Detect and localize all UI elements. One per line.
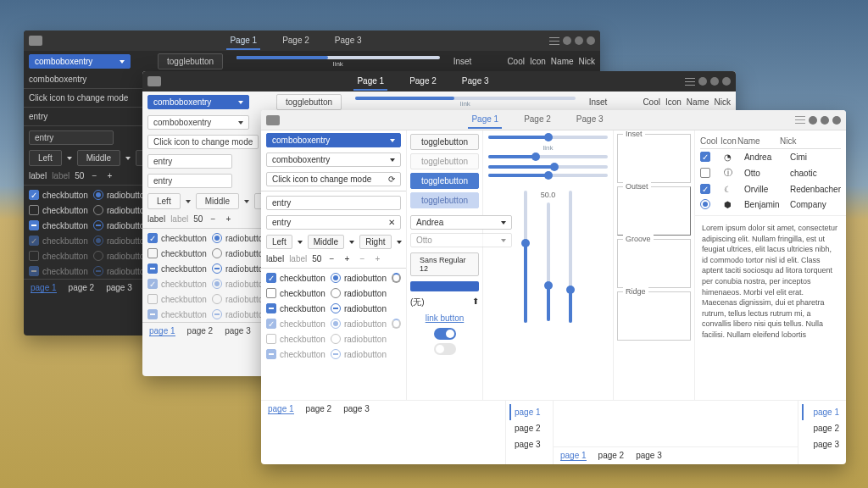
linked-left[interactable]: Left bbox=[147, 193, 181, 209]
h-scale-3[interactable] bbox=[488, 165, 608, 169]
checkbutton[interactable]: checkbutton bbox=[266, 303, 326, 313]
radiobutton[interactable]: radiobutton bbox=[331, 288, 387, 298]
nbr-tab-1[interactable]: page 1 bbox=[802, 404, 843, 420]
nbb-tab-3[interactable]: page 3 bbox=[636, 451, 662, 461]
nbv-tab-1[interactable]: page 1 bbox=[509, 404, 549, 420]
h-scale-4[interactable] bbox=[488, 174, 608, 177]
radiobutton[interactable]: radiobutton bbox=[331, 303, 387, 313]
table-row[interactable]: ⬢BenjaminCompany bbox=[700, 197, 841, 212]
checkbutton[interactable]: ✓checkbutton bbox=[29, 190, 88, 200]
tab-page2[interactable]: Page 2 bbox=[279, 32, 313, 50]
tab-page2[interactable]: Page 2 bbox=[520, 111, 554, 129]
table-row[interactable]: ⓘOttochaotic bbox=[700, 164, 841, 181]
checkbutton[interactable]: ✓checkbutton bbox=[147, 233, 207, 243]
toggle-button[interactable]: togglebutton bbox=[158, 53, 223, 69]
spin-value[interactable]: 50 bbox=[312, 254, 321, 263]
combobox[interactable]: comboboxentry bbox=[266, 152, 401, 167]
radiobutton[interactable]: radiobutton bbox=[212, 248, 268, 258]
linked-middle[interactable]: Middle bbox=[308, 235, 344, 249]
spin-minus[interactable]: − bbox=[89, 171, 99, 180]
window-btn[interactable] bbox=[832, 116, 841, 125]
linked-middle[interactable]: Middle bbox=[196, 193, 239, 209]
nbv-tab-2[interactable]: page 2 bbox=[509, 420, 549, 436]
file-chooser[interactable]: (无) bbox=[410, 297, 425, 308]
nb-tab-2[interactable]: page 2 bbox=[306, 404, 332, 414]
tab-page1[interactable]: Page 1 bbox=[226, 32, 260, 50]
spin-minus[interactable]: − bbox=[208, 214, 218, 224]
h-scale-2[interactable] bbox=[488, 155, 608, 158]
checkbutton[interactable]: ✓checkbutton bbox=[266, 273, 326, 283]
clear-icon[interactable]: ✕ bbox=[388, 218, 395, 227]
nb-tab-3[interactable]: page 3 bbox=[343, 404, 370, 414]
spin-plus[interactable]: + bbox=[342, 254, 352, 263]
tab-page3[interactable]: Page 3 bbox=[459, 73, 492, 91]
linked-left[interactable]: Left bbox=[266, 235, 292, 249]
radiobutton[interactable]: radiobutton bbox=[93, 220, 149, 230]
font-button[interactable]: Sans Regular 12 bbox=[410, 252, 479, 276]
bottom-tab-3[interactable]: page 3 bbox=[225, 326, 251, 336]
nb-tab-1[interactable]: page 1 bbox=[268, 404, 294, 414]
menu-icon[interactable] bbox=[549, 36, 559, 46]
col-nick[interactable]: Nick bbox=[780, 136, 841, 146]
row-check[interactable]: ✓ bbox=[700, 184, 710, 194]
v-scale-3[interactable] bbox=[569, 191, 572, 323]
combobox-entry[interactable]: comboboxentry bbox=[147, 95, 249, 109]
bottom-tab-3[interactable]: page 3 bbox=[106, 283, 132, 293]
tab-page3[interactable]: Page 3 bbox=[573, 111, 607, 129]
checkbutton[interactable]: checkbutton bbox=[147, 263, 207, 274]
spin-minus[interactable]: − bbox=[326, 254, 337, 263]
switch-on[interactable] bbox=[434, 328, 456, 340]
checkbutton[interactable]: checkbutton bbox=[29, 205, 88, 215]
nbv-tab-3[interactable]: page 3 bbox=[509, 436, 549, 452]
table-row[interactable]: ✓◔AndreaCimi bbox=[700, 149, 841, 164]
scale-slider[interactable] bbox=[355, 97, 576, 100]
window-btn[interactable] bbox=[575, 36, 583, 45]
tab-page2[interactable]: Page 2 bbox=[406, 73, 440, 91]
mode-entry[interactable]: Click icon to change mode⟳ bbox=[266, 172, 401, 186]
nbb-tab-2[interactable]: page 2 bbox=[598, 451, 625, 461]
radiobutton[interactable]: radiobutton bbox=[212, 263, 268, 274]
window-btn[interactable] bbox=[698, 77, 707, 86]
toggle-button[interactable]: togglebutton bbox=[410, 134, 479, 150]
combobox[interactable]: comboboxentry bbox=[147, 115, 249, 130]
window-btn[interactable] bbox=[809, 116, 817, 125]
refresh-icon[interactable]: ⟳ bbox=[388, 175, 395, 184]
radiobutton[interactable]: radiobutton bbox=[212, 233, 268, 243]
linked-left[interactable]: Left bbox=[29, 150, 62, 166]
spin-plus[interactable]: + bbox=[223, 214, 233, 224]
h-scale-1[interactable] bbox=[488, 136, 608, 139]
spin-value[interactable]: 50 bbox=[75, 171, 84, 180]
scale-slider[interactable] bbox=[236, 56, 440, 59]
entry-input[interactable]: entry bbox=[266, 196, 401, 210]
window-btn[interactable] bbox=[821, 116, 829, 125]
spin-plus[interactable]: + bbox=[104, 171, 114, 180]
entry-input2[interactable]: entry bbox=[147, 174, 232, 188]
text-view[interactable]: Lorem ipsum dolor sit amet, consectetur … bbox=[695, 216, 846, 347]
v-scale-1[interactable] bbox=[524, 191, 527, 323]
checkbutton[interactable]: checkbutton bbox=[29, 220, 88, 230]
row-radio[interactable] bbox=[700, 199, 710, 209]
row-check[interactable] bbox=[700, 168, 710, 178]
entry-input[interactable]: entry bbox=[147, 154, 232, 169]
toggle-button-active[interactable]: togglebutton bbox=[410, 173, 479, 189]
radiobutton[interactable]: radiobutton bbox=[93, 205, 149, 215]
color-button[interactable] bbox=[410, 281, 479, 291]
bottom-tab-2[interactable]: page 2 bbox=[69, 283, 95, 293]
radiobutton[interactable]: radiobutton bbox=[331, 273, 387, 283]
window-btn[interactable] bbox=[563, 36, 571, 45]
nbb-tab-1[interactable]: page 1 bbox=[560, 451, 587, 461]
menu-icon[interactable] bbox=[795, 115, 805, 125]
nbr-tab-3[interactable]: page 3 bbox=[802, 436, 843, 452]
combobox-entry[interactable]: comboboxentry bbox=[266, 133, 401, 147]
window-btn[interactable] bbox=[710, 77, 719, 86]
window-btn[interactable] bbox=[587, 36, 595, 45]
window-btn[interactable] bbox=[722, 77, 731, 86]
entry-input[interactable]: entry bbox=[29, 130, 114, 145]
toggle-button[interactable]: togglebutton bbox=[276, 94, 342, 110]
table-row[interactable]: ✓☾OrvilleRedenbacher bbox=[700, 181, 841, 197]
mode-entry[interactable]: Click icon to change mode bbox=[147, 135, 259, 149]
nbr-tab-2[interactable]: page 2 bbox=[802, 420, 843, 436]
bottom-tab-1[interactable]: page 1 bbox=[31, 283, 57, 293]
checkbutton[interactable]: checkbutton bbox=[266, 288, 326, 298]
tab-page1[interactable]: Page 1 bbox=[353, 73, 387, 91]
